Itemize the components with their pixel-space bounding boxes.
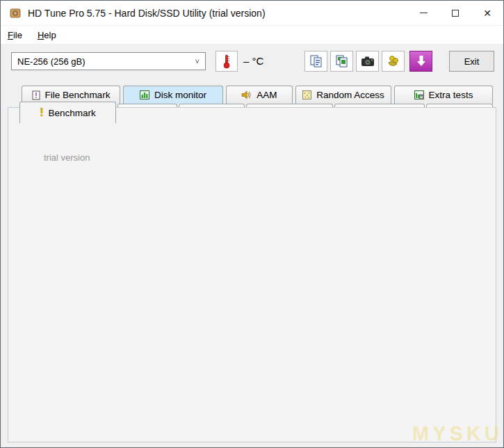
title-bar: HD Tune Pro 5.75 - Hard Disk/SSD Utility… (1, 1, 503, 26)
toolbar: NE-256 (256 gB) ˅ – °C (1, 44, 503, 84)
menu-help[interactable]: Help (38, 30, 56, 40)
benchmark-icon: ! (40, 106, 43, 119)
menu-file[interactable]: File (8, 30, 22, 40)
temperature-button[interactable] (216, 51, 238, 72)
tab-label: Random Access (316, 90, 384, 100)
speaker-icon (241, 90, 252, 99)
tab-label: Extra tests (429, 90, 473, 100)
trial-version-overlay: trial version (44, 152, 90, 163)
tab-extra-tests[interactable]: Extra tests (394, 86, 493, 104)
copy-text-button[interactable] (304, 51, 327, 72)
drive-select-value: NE-256 (256 gB) (17, 56, 195, 67)
minimize-button[interactable] (407, 1, 439, 25)
save-results-button[interactable] (409, 51, 432, 72)
chevron-down-icon: ˅ (195, 57, 200, 65)
tab-label: Benchmark (49, 108, 96, 118)
tab-label: File Benchmark (45, 90, 111, 100)
close-icon: ✕ (483, 8, 491, 18)
tab-label: AAM (257, 90, 277, 100)
donate-hand-coins-icon (387, 54, 400, 68)
random-access-icon (302, 90, 311, 99)
svg-text:!: ! (35, 91, 37, 99)
thermometer-icon (222, 54, 231, 69)
tab-random-access[interactable]: Random Access (295, 86, 391, 104)
copy-image-icon (335, 54, 349, 68)
screenshot-button[interactable] (356, 51, 379, 72)
menu-bar: File Help (1, 26, 503, 44)
drive-select-dropdown[interactable]: NE-256 (256 gB) ˅ (11, 52, 206, 70)
close-button[interactable]: ✕ (471, 1, 503, 25)
minimize-icon (420, 13, 428, 13)
maximize-button[interactable] (439, 1, 471, 25)
extra-tests-icon (414, 90, 424, 99)
disk-monitor-icon (140, 90, 149, 99)
hdtune-window: { "window": { "title": "HD Tune Pro 5.75… (0, 0, 504, 448)
window-title: HD Tune Pro 5.75 - Hard Disk/SSD Utility… (28, 8, 266, 19)
tab-label: Disk monitor (154, 90, 206, 100)
tab-disk-monitor[interactable]: Disk monitor (123, 86, 223, 104)
maximize-icon (452, 10, 459, 17)
exit-label: Exit (464, 56, 480, 67)
download-arrow-icon (416, 55, 427, 67)
donate-button[interactable] (382, 51, 405, 72)
app-icon (9, 7, 22, 19)
file-benchmark-icon: ! (32, 90, 40, 100)
tab-aam[interactable]: AAM (226, 86, 293, 104)
copy-image-button[interactable] (330, 51, 353, 72)
exit-button[interactable]: Exit (449, 51, 494, 72)
temperature-value: – °C (243, 55, 263, 67)
copy-report-icon (309, 54, 323, 68)
camera-icon (361, 56, 375, 67)
tab-benchmark[interactable]: ! Benchmark (19, 102, 116, 123)
